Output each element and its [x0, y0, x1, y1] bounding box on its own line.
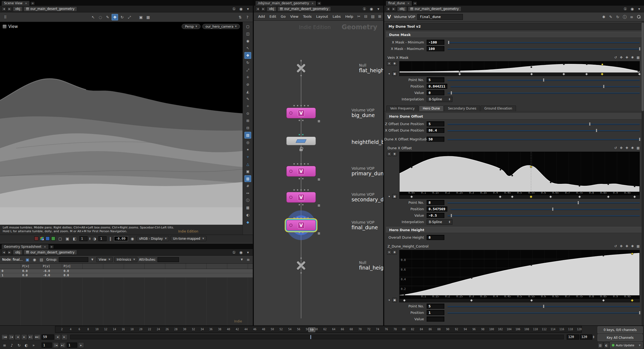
drag-handle[interactable]: ⠿ [2, 14, 9, 20]
pane-maximize-icon[interactable]: ▢ [244, 23, 251, 30]
output-connector[interactable] [302, 178, 303, 179]
current-frame-marker[interactable]: 59 [308, 328, 315, 332]
handles-tool-icon[interactable]: ✛ [244, 74, 251, 81]
ramp-point-marker[interactable] [530, 195, 532, 198]
add-key-icon[interactable]: ✚ [624, 55, 630, 60]
collapse-ramp-icon[interactable]: ▾ [387, 194, 391, 199]
spreadsheet-body[interactable]: 00.0-6.00.010.0-6.00.0 [0, 269, 253, 325]
back-button[interactable]: ◀ [2, 7, 6, 11]
overall-height-field[interactable]: 8 [427, 235, 444, 240]
add-key-icon[interactable]: ✚ [624, 145, 630, 151]
column-header[interactable] [186, 264, 207, 269]
filter-icon[interactable]: ▼ [239, 256, 244, 263]
projection-dropdown[interactable]: Persp▼ [182, 24, 200, 29]
point-no-field[interactable]: 5 [427, 77, 444, 82]
pin-icon[interactable]: ◉ [31, 256, 38, 263]
ramp-point-marker[interactable] [601, 73, 603, 75]
display-flag-icon[interactable] [317, 204, 320, 207]
snapshot-icon[interactable]: ▥ [244, 175, 251, 182]
brush-icon[interactable]: ✎ [608, 14, 614, 20]
search-icon[interactable] [635, 14, 642, 20]
node-bypass-ring[interactable] [289, 111, 292, 115]
dashed-box-icon[interactable]: ▢ [57, 235, 63, 242]
ramp-view-button[interactable]: ▣ [392, 194, 397, 199]
play-mini-button[interactable]: ▶ [78, 342, 84, 348]
brush-select-icon[interactable]: ✎ [104, 14, 111, 20]
ramp-point-marker[interactable] [562, 73, 565, 75]
menu-view[interactable]: View [288, 14, 301, 19]
info-display-icon[interactable]: ⓘ [244, 197, 251, 204]
display-flag-icon[interactable] [317, 232, 320, 235]
menu-help[interactable]: Help [343, 14, 356, 19]
column-header[interactable] [124, 264, 145, 269]
section-my-dune-tool[interactable]: My Dune Tool v2 [386, 23, 643, 30]
ramp-point-marker[interactable] [410, 195, 413, 198]
back-button[interactable]: ◀ [255, 7, 260, 11]
slider-handle[interactable] [577, 201, 579, 205]
output-connector[interactable] [299, 204, 300, 205]
output-connector[interactable] [299, 178, 300, 179]
value-field[interactable]: 0 [427, 90, 444, 95]
slider-handle[interactable] [589, 122, 590, 126]
input-connector[interactable] [308, 163, 309, 165]
slider-handle[interactable] [543, 304, 544, 308]
ramp-point-marker[interactable] [458, 73, 461, 75]
menu-icon[interactable]: ≡ [628, 14, 635, 20]
pane-menu-icon[interactable]: ▾ [375, 6, 382, 12]
input-connector[interactable] [297, 163, 298, 165]
current-frame-field[interactable]: 59 [42, 335, 54, 340]
pin-icon[interactable]: ◉ [629, 6, 635, 12]
slider-handle[interactable] [543, 78, 544, 82]
x-offset-field[interactable]: 86.4 [427, 128, 444, 133]
display-flag-icon[interactable] [317, 178, 320, 181]
ramp-view-button[interactable]: ▣ [392, 71, 397, 76]
delete-point-button[interactable]: ✕ [387, 250, 391, 255]
measure-icon[interactable]: ↔ [244, 190, 251, 197]
ramp-settings-icon[interactable]: ✱ [630, 55, 635, 60]
pin-icon[interactable]: ◉ [238, 6, 244, 12]
value-field[interactable] [427, 317, 444, 322]
slider-handle[interactable] [448, 41, 449, 44]
link-badge-icon[interactable]: ① [231, 249, 237, 256]
water-layer-icon[interactable]: ▿ [244, 154, 251, 160]
value-field[interactable]: -0.5 [427, 213, 444, 218]
output-connector[interactable] [301, 147, 302, 148]
ramp-point-marker[interactable] [530, 73, 533, 75]
menu-add[interactable]: Add [256, 14, 267, 19]
new-tab-button[interactable]: + [413, 1, 417, 5]
global-end-field[interactable]: 120 [580, 335, 592, 340]
input-connector[interactable] [308, 189, 309, 191]
menu-layout[interactable]: Layout [314, 14, 330, 19]
frame-dec-button[interactable]: ◀ [55, 334, 61, 340]
info-icon[interactable]: ⓘ [621, 14, 628, 20]
input-connector[interactable] [297, 217, 298, 219]
bg-color-swatch[interactable] [34, 237, 38, 241]
input-connector[interactable] [301, 217, 302, 219]
add-key-icon[interactable]: ✚ [624, 243, 630, 249]
range-end-button[interactable]: ▶| [60, 342, 66, 348]
slider-handle[interactable] [451, 214, 452, 217]
cut-wire-icon[interactable]: ✂ [356, 13, 362, 20]
realtime-icon[interactable]: ◐ [23, 342, 30, 348]
render-region-icon[interactable]: ▣ [244, 168, 251, 175]
slider-handle[interactable] [603, 85, 604, 88]
ramp-point-marker[interactable] [633, 195, 636, 198]
range-steppers[interactable]: ▲▼ [593, 335, 594, 339]
brightness-field[interactable]: 1 [98, 236, 107, 241]
step-icon[interactable]: » [30, 342, 37, 348]
view-layout-icon[interactable]: ▤ [244, 132, 251, 139]
spare-params-icon[interactable]: ✱ [601, 14, 607, 20]
help-icon[interactable]: ? [244, 14, 251, 20]
path-node-chip[interactable]: our_main_desert_geometry [408, 6, 461, 12]
path-root-chip[interactable]: obj [267, 6, 276, 12]
position-field[interactable]: 0.547569 [427, 206, 447, 212]
position-field[interactable]: 0.844211 [427, 84, 447, 89]
column-header[interactable] [207, 264, 227, 269]
position-slider[interactable] [451, 207, 640, 212]
slider-handle[interactable] [596, 129, 597, 132]
stash-view-icon[interactable]: ▦ [244, 204, 251, 211]
menu-go[interactable]: Go [279, 14, 288, 19]
material-drop-icon[interactable]: ◆ [244, 219, 251, 226]
xmask-max-slider[interactable] [448, 46, 640, 51]
select-tool-icon[interactable]: ↖ [90, 14, 96, 20]
